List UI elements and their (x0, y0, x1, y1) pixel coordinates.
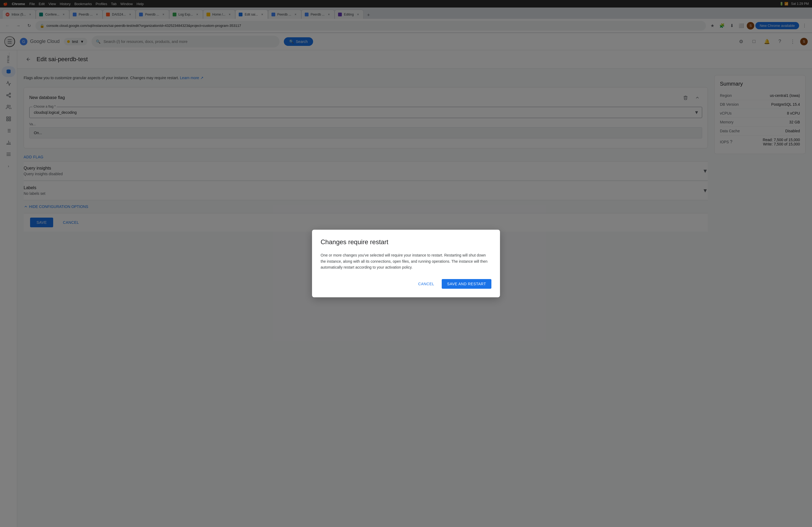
modal-cancel-button[interactable]: CANCEL (413, 279, 439, 289)
modal-body: One or more changes you've selected will… (321, 252, 491, 270)
modal-save-restart-button[interactable]: SAVE AND RESTART (442, 279, 491, 289)
modal-overlay[interactable]: Changes require restart One or more chan… (0, 0, 812, 527)
changes-require-restart-modal: Changes require restart One or more chan… (312, 230, 500, 297)
modal-actions: CANCEL SAVE AND RESTART (321, 279, 491, 289)
modal-title: Changes require restart (321, 238, 491, 246)
